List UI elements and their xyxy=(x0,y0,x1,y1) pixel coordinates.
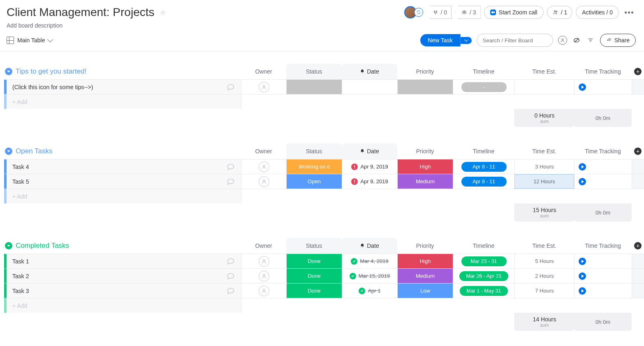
task-name-cell[interactable]: Task 5 xyxy=(7,174,241,189)
view-switcher[interactable]: Main Table xyxy=(7,37,52,44)
new-task-label[interactable]: New Task xyxy=(420,34,460,46)
timeest-cell[interactable]: 3 Hours xyxy=(514,159,574,174)
priority-cell[interactable]: Medium xyxy=(397,269,453,283)
owner-cell[interactable] xyxy=(241,159,286,174)
col-header-timeest[interactable]: Time Est. xyxy=(514,143,574,159)
col-header-date[interactable]: Date xyxy=(342,64,397,79)
play-icon[interactable] xyxy=(579,258,586,265)
members-button[interactable]: / 1 xyxy=(547,6,573,19)
col-header-date[interactable]: Date xyxy=(342,238,397,254)
priority-cell[interactable]: Medium xyxy=(397,174,453,189)
add-column-button[interactable]: + xyxy=(632,238,644,254)
chat-icon[interactable] xyxy=(226,83,235,91)
col-header-priority[interactable]: Priority xyxy=(397,143,453,159)
share-button[interactable]: Share xyxy=(600,34,636,47)
owner-cell[interactable] xyxy=(241,174,286,189)
task-name-cell[interactable]: Task 3 xyxy=(7,284,241,298)
add-column-button[interactable]: + xyxy=(632,143,644,159)
track-cell[interactable] xyxy=(574,80,632,94)
status-cell[interactable]: Done xyxy=(286,269,342,283)
chat-icon[interactable] xyxy=(226,257,235,265)
task-name-cell[interactable]: Task 4 xyxy=(7,159,241,174)
col-header-status[interactable]: Status xyxy=(306,68,322,75)
integrations-counter[interactable]: / 0 xyxy=(426,6,452,19)
hide-columns-button[interactable] xyxy=(572,36,581,45)
page-title[interactable]: Client Management: Projects xyxy=(7,6,155,19)
timeline-cell[interactable]: Apr 8 - 11 xyxy=(453,159,514,174)
timeest-cell[interactable]: 12 Hours xyxy=(514,174,574,189)
play-icon[interactable] xyxy=(579,272,586,280)
timeline-cell[interactable]: - xyxy=(453,80,514,94)
owner-cell[interactable] xyxy=(241,80,286,94)
timeline-cell[interactable]: Mar 1 - May 31 xyxy=(453,284,514,298)
collapse-toggle[interactable] xyxy=(5,148,12,155)
date-cell[interactable]: !Apr 9, 2019 xyxy=(342,174,397,189)
chat-icon[interactable] xyxy=(226,287,235,295)
timeline-cell[interactable]: Apr 8 - 11 xyxy=(453,174,514,189)
group-title[interactable]: Completed Tasks xyxy=(16,242,69,250)
play-icon[interactable] xyxy=(579,163,586,171)
play-icon[interactable] xyxy=(579,83,586,91)
date-cell[interactable] xyxy=(342,80,397,94)
col-header-track[interactable]: Time Tracking xyxy=(574,64,632,79)
search-input[interactable] xyxy=(477,34,553,47)
col-header-priority[interactable]: Priority xyxy=(397,238,453,254)
timeline-cell[interactable]: Mar 23 - 31 xyxy=(453,254,514,268)
activities-button[interactable]: Activities / 0 xyxy=(576,6,619,19)
owner-cell[interactable] xyxy=(241,284,286,298)
automations-counter[interactable]: / 3 xyxy=(455,6,481,19)
sort-button[interactable] xyxy=(586,36,595,45)
col-header-timeest[interactable]: Time Est. xyxy=(514,64,574,79)
track-cell[interactable] xyxy=(574,159,632,174)
col-header-priority[interactable]: Priority xyxy=(397,64,453,79)
chat-icon[interactable] xyxy=(226,178,235,186)
date-cell[interactable]: !Apr 9, 2019 xyxy=(342,159,397,174)
group-title[interactable]: Tips to get you started! xyxy=(16,67,86,76)
priority-cell[interactable] xyxy=(397,80,453,94)
col-header-timeest[interactable]: Time Est. xyxy=(514,238,574,254)
group-title[interactable]: Open Tasks xyxy=(16,147,52,155)
status-cell[interactable]: Working on it xyxy=(286,159,342,174)
star-icon[interactable] xyxy=(159,8,167,16)
chat-icon[interactable] xyxy=(226,272,235,280)
add-column-button[interactable]: + xyxy=(632,64,644,79)
col-header-owner[interactable]: Owner xyxy=(241,238,286,254)
col-header-owner[interactable]: Owner xyxy=(241,64,286,79)
col-header-timeline[interactable]: Timeline xyxy=(453,238,514,254)
add-row[interactable]: + Add xyxy=(4,298,644,313)
more-menu[interactable] xyxy=(622,12,636,14)
status-cell[interactable]: Open xyxy=(286,174,342,189)
timeline-cell[interactable]: Mar 26 - Apr 21 xyxy=(453,269,514,283)
col-header-track[interactable]: Time Tracking xyxy=(574,238,632,254)
owner-cell[interactable] xyxy=(241,254,286,268)
track-cell[interactable] xyxy=(574,269,632,283)
board-description[interactable]: Add board description xyxy=(7,22,167,29)
priority-cell[interactable]: Low xyxy=(397,284,453,298)
add-row[interactable]: + Add xyxy=(4,189,644,203)
new-task-dropdown[interactable] xyxy=(461,37,472,44)
task-name-cell[interactable]: Task 1 xyxy=(7,254,241,268)
col-header-track[interactable]: Time Tracking xyxy=(574,143,632,159)
board-owner-avatar[interactable] xyxy=(404,6,423,18)
status-cell[interactable]: Done xyxy=(286,284,342,298)
track-cell[interactable] xyxy=(574,174,632,189)
status-cell[interactable]: Done xyxy=(286,254,342,268)
col-header-timeline[interactable]: Timeline xyxy=(453,64,514,79)
play-icon[interactable] xyxy=(579,287,586,295)
col-header-status[interactable]: Status xyxy=(306,148,322,155)
track-cell[interactable] xyxy=(574,284,632,298)
task-name-cell[interactable]: Task 2 xyxy=(7,269,241,283)
person-filter-button[interactable] xyxy=(558,36,567,45)
play-icon[interactable] xyxy=(579,178,586,185)
collapse-toggle[interactable] xyxy=(5,242,12,249)
owner-cell[interactable] xyxy=(241,269,286,283)
collapse-toggle[interactable] xyxy=(5,68,12,75)
date-cell[interactable]: Mar 15, 2019 xyxy=(342,269,397,283)
timeest-cell[interactable]: 7 Hours xyxy=(514,284,574,298)
chat-icon[interactable] xyxy=(226,163,235,171)
priority-cell[interactable]: High xyxy=(397,159,453,174)
status-cell[interactable] xyxy=(286,80,342,94)
col-header-status[interactable]: Status xyxy=(306,242,322,249)
task-name-cell[interactable]: (Click this icon for some tips-->) xyxy=(7,80,241,94)
timeest-cell[interactable]: 2 Hours xyxy=(514,269,574,283)
